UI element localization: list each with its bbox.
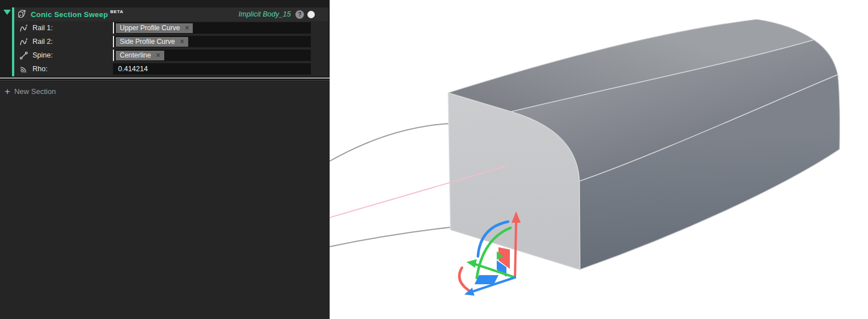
beta-badge: BETA: [110, 9, 123, 14]
param-row-spine: Spine: Centerline ×: [14, 50, 328, 61]
curve-icon: [19, 37, 29, 47]
collapse-arrow-icon[interactable]: [3, 10, 11, 15]
spine-field[interactable]: Centerline ×: [113, 50, 311, 61]
chip-accent: [113, 22, 114, 34]
new-section-label: New Section: [14, 87, 56, 96]
chip-label: Upper Profile Curve: [120, 24, 180, 32]
panel-divider: [0, 77, 330, 79]
sections-area: [0, 81, 330, 319]
visibility-toggle-icon[interactable]: [307, 11, 315, 18]
remove-chip-icon[interactable]: ×: [185, 24, 189, 32]
rail-curve-lower[interactable]: [330, 227, 451, 247]
viewport-3d[interactable]: [330, 0, 868, 319]
gizmo-rotate-red-arc[interactable]: [459, 268, 468, 290]
new-section-button[interactable]: + New Section: [5, 87, 56, 96]
rail-curve-upper[interactable]: [330, 124, 448, 161]
gizmo-axis-green-arrowhead: [467, 259, 477, 268]
rho-field[interactable]: 0.414214: [113, 63, 311, 75]
param-row-rail1: Rail 1: Upper Profile Curve ×: [14, 22, 328, 34]
output-body-name[interactable]: Implicit Body_15: [238, 10, 291, 18]
swept-body[interactable]: [448, 19, 839, 269]
param-label: Spine:: [33, 51, 52, 59]
panel-divider-shadow: [0, 80, 330, 81]
remove-chip-icon[interactable]: ×: [180, 38, 184, 46]
remove-chip-icon[interactable]: ×: [156, 51, 160, 59]
param-label: Rail 1:: [33, 24, 52, 32]
chip-accent: [113, 50, 114, 61]
chip-accent: [113, 36, 114, 47]
chip-label: Side Profile Curve: [120, 38, 175, 46]
selection-chip[interactable]: Side Profile Curve ×: [116, 37, 188, 47]
chip-label: Centerline: [120, 51, 151, 59]
param-row-rail2: Rail 2: Side Profile Curve ×: [14, 36, 328, 47]
param-label: Rho:: [33, 65, 47, 73]
selection-chip[interactable]: Centerline ×: [116, 51, 164, 60]
left-panel: Conic Section Sweep BETA Implicit Body_1…: [0, 0, 330, 319]
param-rows: Rail 1: Upper Profile Curve ×: [14, 21, 328, 75]
rho-value[interactable]: 0.414214: [113, 65, 148, 73]
param-label: Rail 2:: [33, 38, 52, 46]
node-header[interactable]: Conic Section Sweep BETA Implicit Body_1…: [14, 7, 328, 21]
polyline-icon: [19, 51, 29, 60]
param-row-rho: Rho: 0.414214: [14, 63, 328, 75]
node-title: Conic Section Sweep: [31, 10, 108, 19]
plus-icon: +: [5, 88, 10, 96]
rail1-field[interactable]: Upper Profile Curve ×: [113, 22, 311, 34]
rail2-field[interactable]: Side Profile Curve ×: [113, 36, 311, 47]
help-icon[interactable]: ?: [295, 10, 304, 19]
curve-icon: [19, 23, 29, 33]
viewport-canvas: [330, 0, 868, 319]
rho-icon: [19, 64, 29, 74]
selection-chip[interactable]: Upper Profile Curve ×: [116, 23, 193, 33]
gizmo-axis-red[interactable]: [515, 222, 516, 277]
conic-sweep-node-panel: Conic Section Sweep BETA Implicit Body_1…: [14, 7, 328, 76]
cad-app: Conic Section Sweep BETA Implicit Body_1…: [0, 0, 868, 319]
conic-sweep-icon: [17, 9, 27, 19]
